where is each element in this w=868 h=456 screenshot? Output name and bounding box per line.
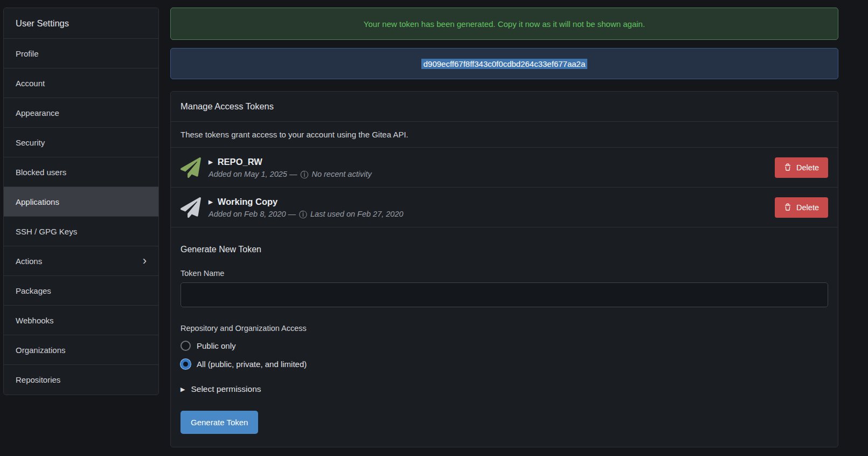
sidebar-item-blocked-users[interactable]: Blocked users	[4, 157, 158, 187]
paper-plane-icon	[180, 157, 201, 178]
repo-org-access-label: Repository and Organization Access	[180, 324, 828, 333]
expand-triangle-icon: ▶	[209, 199, 213, 205]
access-tokens-panel: Manage Access Tokens These tokens grant …	[170, 91, 838, 447]
sidebar-item-label: Appearance	[16, 108, 59, 118]
sidebar-item-label: Organizations	[16, 346, 66, 355]
token-row: ▶ REPO_RW Added on May 1, 2025 — ⓘ No re…	[171, 148, 838, 188]
settings-menu: User Settings Profile Account Appearance…	[3, 8, 159, 395]
delete-token-button[interactable]: Delete	[775, 157, 828, 178]
expand-triangle-icon: ▶	[209, 159, 213, 165]
token-name-toggle[interactable]: ▶ Working Copy	[209, 197, 277, 207]
sidebar-item-repositories[interactable]: Repositories	[4, 365, 158, 395]
delete-button-label: Delete	[796, 203, 819, 212]
success-banner: Your new token has been generated. Copy …	[170, 8, 838, 40]
radio-label: Public only	[197, 341, 236, 350]
radio-checked-icon	[180, 359, 191, 369]
sidebar-item-packages[interactable]: Packages	[4, 276, 158, 306]
token-added-date: Added on May 1, 2025 —	[209, 170, 297, 178]
token-name-label: Token Name	[180, 269, 828, 278]
radio-public-only[interactable]: Public only	[180, 341, 236, 351]
main-content: Your new token has been generated. Copy …	[170, 8, 838, 447]
delete-button-label: Delete	[796, 163, 819, 172]
radio-all-access[interactable]: All (public, private, and limited)	[180, 359, 307, 369]
token-info: ▶ Working Copy Added on Feb 8, 2020 — ⓘ …	[209, 196, 775, 218]
token-info: ▶ REPO_RW Added on May 1, 2025 — ⓘ No re…	[209, 156, 775, 178]
sidebar-item-account[interactable]: Account	[4, 68, 158, 98]
token-meta: Added on May 1, 2025 — ⓘ No recent activ…	[209, 170, 775, 178]
sidebar-item-label: Packages	[16, 286, 51, 295]
sidebar-item-label: Profile	[16, 49, 39, 58]
sidebar-item-security[interactable]: Security	[4, 128, 158, 157]
select-permissions-toggle[interactable]: ▶ Select permissions	[180, 384, 261, 394]
sidebar-item-applications[interactable]: Applications	[4, 187, 158, 217]
sidebar-item-label: Security	[16, 138, 45, 147]
sidebar-item-label: Blocked users	[16, 168, 66, 177]
chevron-right-icon: ›	[143, 255, 147, 267]
paper-plane-shape	[180, 157, 201, 178]
sidebar-item-label: Account	[16, 79, 45, 88]
select-permissions-label: Select permissions	[191, 384, 261, 394]
generate-token-button[interactable]: Generate Token	[180, 411, 258, 434]
generate-token-title: Generate New Token	[180, 245, 828, 254]
delete-token-button[interactable]: Delete	[775, 197, 828, 218]
token-value: d909ecff67f8ff343c0f0cdbd264c33ef677aa2a	[421, 59, 588, 69]
generate-token-section: Generate New Token Token Name Repository…	[171, 227, 838, 447]
token-row: ▶ Working Copy Added on Feb 8, 2020 — ⓘ …	[171, 188, 838, 227]
success-banner-message: Your new token has been generated. Copy …	[364, 19, 645, 29]
radio-label: All (public, private, and limited)	[197, 360, 307, 369]
sidebar-item-label: SSH / GPG Keys	[16, 227, 77, 236]
sidebar-item-profile[interactable]: Profile	[4, 39, 158, 68]
sidebar-item-organizations[interactable]: Organizations	[4, 335, 158, 365]
expand-triangle-icon: ▶	[180, 386, 185, 393]
token-activity: No recent activity	[311, 170, 371, 178]
sidebar-item-actions[interactable]: Actions ›	[4, 246, 158, 276]
page: User Settings Profile Account Appearance…	[0, 0, 868, 447]
settings-sidebar: User Settings Profile Account Appearance…	[3, 8, 159, 395]
trash-icon	[784, 203, 791, 211]
token-meta: Added on Feb 8, 2020 — ⓘ Last used on Fe…	[209, 210, 775, 218]
sidebar-item-appearance[interactable]: Appearance	[4, 98, 158, 128]
sidebar-item-label: Applications	[16, 197, 59, 206]
trash-icon	[784, 163, 791, 171]
panel-title: Manage Access Tokens	[171, 92, 838, 122]
token-name: REPO_RW	[218, 157, 262, 167]
panel-description: These tokens grant access to your accoun…	[171, 122, 838, 148]
info-icon: ⓘ	[300, 170, 308, 178]
token-name: Working Copy	[218, 197, 278, 207]
token-name-toggle[interactable]: ▶ REPO_RW	[209, 157, 262, 167]
new-token-display: d909ecff67f8ff343c0f0cdbd264c33ef677aa2a	[170, 48, 838, 79]
token-added-date: Added on Feb 8, 2020 —	[209, 210, 296, 218]
sidebar-item-webhooks[interactable]: Webhooks	[4, 306, 158, 335]
radio-unchecked-icon	[180, 341, 191, 351]
sidebar-item-ssh-gpg-keys[interactable]: SSH / GPG Keys	[4, 217, 158, 246]
token-name-input[interactable]	[180, 282, 828, 307]
token-activity: Last used on Feb 27, 2020	[310, 210, 404, 218]
sidebar-item-label: Actions	[16, 257, 42, 266]
sidebar-header: User Settings	[4, 8, 158, 39]
sidebar-item-label: Webhooks	[16, 316, 54, 325]
paper-plane-shape	[180, 197, 201, 218]
paper-plane-icon	[180, 197, 201, 218]
info-icon: ⓘ	[299, 210, 307, 218]
sidebar-item-label: Repositories	[16, 375, 60, 384]
